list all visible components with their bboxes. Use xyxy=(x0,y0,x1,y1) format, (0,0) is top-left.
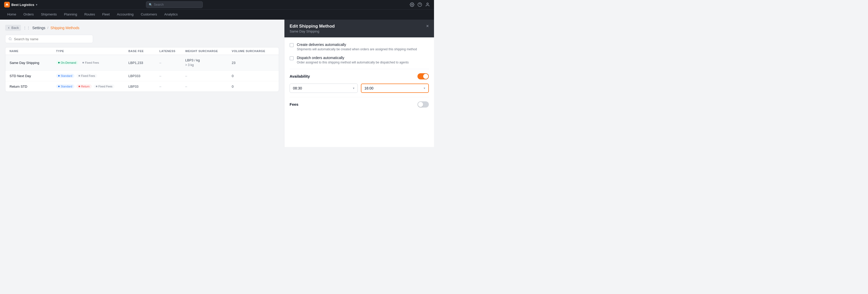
edit-panel-body: Create deliveries automatically Shipment… xyxy=(284,37,434,117)
dispatch-orders-row: Dispatch orders automatically Order assi… xyxy=(289,56,429,65)
nav-item-orders[interactable]: Orders xyxy=(21,9,37,20)
col-name: NAME xyxy=(9,49,56,52)
end-time-value: 16:00 xyxy=(365,86,374,90)
col-lateness: LATENESS xyxy=(159,49,185,52)
toggle-knob xyxy=(423,74,428,79)
brand-logo-area[interactable]: Best Logistics ▾ xyxy=(4,2,37,7)
dispatch-orders-text: Dispatch orders automatically Order assi… xyxy=(297,56,409,65)
dispatch-orders-checkbox[interactable] xyxy=(289,56,294,60)
divider-2 xyxy=(289,97,429,97)
top-nav: Best Logistics ▾ 🔍 Search xyxy=(0,0,434,9)
col-weight-surcharge: WEIGHT SURCHARGE xyxy=(185,49,232,52)
dispatch-orders-label: Dispatch orders automatically xyxy=(297,56,409,60)
edit-panel-header: Edit Shipping Method Same Day Shipping × xyxy=(284,20,434,37)
row-name: Return STD xyxy=(9,84,56,88)
nav-item-analytics[interactable]: Analytics xyxy=(161,9,181,20)
row-weight-surcharge: – xyxy=(185,74,232,78)
col-volume-surcharge: VOLUME SURCHARGE xyxy=(232,49,273,52)
badge-fixedfees: Fixed Fees xyxy=(94,84,115,88)
nav-item-customers[interactable]: Customers xyxy=(138,9,160,20)
table-row[interactable]: Return STD Standard Return Fixed Fees xyxy=(5,81,279,91)
nav-item-home[interactable]: Home xyxy=(4,9,20,20)
left-panel: Back ⋮⋮ Settings / Shipping Methods NAME… xyxy=(0,20,284,147)
badge-dot xyxy=(83,62,84,64)
svg-marker-0 xyxy=(5,3,8,5)
row-lateness: – xyxy=(159,61,185,65)
start-time-value: 08:30 xyxy=(293,86,302,90)
settings-breadcrumb: Settings xyxy=(32,26,45,30)
breadcrumb: Back ⋮⋮ Settings / Shipping Methods xyxy=(5,25,279,31)
badge-dot xyxy=(58,75,60,77)
badge-standard: Standard xyxy=(56,74,74,78)
availability-label: Availability xyxy=(289,74,310,78)
badge-ondemand: On-Demand xyxy=(56,61,78,65)
svg-line-6 xyxy=(11,40,11,40)
start-time-chevron-icon: ▾ xyxy=(353,86,354,90)
table-header: NAME TYPE BASE FEE LATENESS WEIGHT SURCH… xyxy=(5,47,279,55)
close-button[interactable]: × xyxy=(426,24,429,28)
search-input-icon xyxy=(8,37,12,41)
nav-item-fleet[interactable]: Fleet xyxy=(99,9,113,20)
grid-icon[interactable]: ⋮⋮ xyxy=(23,26,30,30)
badge-dot xyxy=(58,62,60,64)
table-row[interactable]: Same Day Shipping On-Demand Fixed Fees L… xyxy=(5,55,279,71)
badge-return: Return xyxy=(76,84,92,88)
row-base-fee: LBP1,233 xyxy=(128,61,159,65)
search-input-wrap[interactable] xyxy=(5,35,93,43)
badge-fixedfees: Fixed Fees xyxy=(80,61,101,65)
row-type: Standard Fixed Fees xyxy=(56,74,128,78)
search-input[interactable] xyxy=(14,37,90,41)
nav-item-planning[interactable]: Planning xyxy=(61,9,80,20)
availability-section: Availability xyxy=(289,73,429,79)
badge-standard: Standard xyxy=(56,84,74,88)
row-lateness: – xyxy=(159,84,185,88)
search-icon: 🔍 xyxy=(149,3,152,6)
badge-dot xyxy=(96,86,97,87)
row-volume-surcharge: 0 xyxy=(232,74,273,78)
shipping-methods-table: NAME TYPE BASE FEE LATENESS WEIGHT SURCH… xyxy=(5,47,279,92)
create-deliveries-checkbox[interactable] xyxy=(289,43,294,47)
fees-toggle[interactable] xyxy=(417,101,429,108)
edit-panel-subtitle: Same Day Shipping xyxy=(289,29,335,33)
secondary-nav: Home Orders Shipments Planning Routes Fl… xyxy=(0,9,434,20)
help-icon[interactable] xyxy=(417,2,422,7)
start-time-select[interactable]: 08:30 ▾ xyxy=(289,83,358,93)
row-type: On-Demand Fixed Fees xyxy=(56,61,128,65)
badge-dot xyxy=(79,75,80,77)
nav-item-accounting[interactable]: Accounting xyxy=(114,9,137,20)
row-volume-surcharge: 0 xyxy=(232,84,273,88)
badge-dot xyxy=(79,86,80,87)
availability-toggle[interactable] xyxy=(417,73,429,79)
row-base-fee: LBP333 xyxy=(128,74,159,78)
table-row[interactable]: STD Next Day Standard Fixed Fees LBP333 … xyxy=(5,71,279,81)
col-base-fee: BASE FEE xyxy=(128,49,159,52)
row-weight-surcharge: LBP3 / kg> 3 kg xyxy=(185,58,232,67)
create-deliveries-row: Create deliveries automatically Shipment… xyxy=(289,43,429,51)
user-icon[interactable] xyxy=(425,2,430,7)
badge-fixedfees: Fixed Fees xyxy=(76,74,97,78)
back-label: Back xyxy=(11,26,19,30)
edit-panel-title: Edit Shipping Method xyxy=(289,24,335,29)
main-layout: Back ⋮⋮ Settings / Shipping Methods NAME… xyxy=(0,20,434,147)
time-row: 08:30 ▾ 16:00 ▾ xyxy=(289,83,429,93)
svg-point-4 xyxy=(427,3,428,4)
row-lateness: – xyxy=(159,74,185,78)
search-bar[interactable]: 🔍 Search xyxy=(146,1,203,8)
row-type: Standard Return Fixed Fees xyxy=(56,84,128,88)
svg-point-5 xyxy=(9,38,11,40)
settings-icon[interactable] xyxy=(410,2,414,7)
nav-icons xyxy=(410,2,430,7)
back-button[interactable]: Back xyxy=(5,25,21,31)
brand-chevron-icon: ▾ xyxy=(36,3,37,6)
row-weight-surcharge: – xyxy=(185,84,232,88)
badge-dot xyxy=(58,86,60,87)
row-name: Same Day Shipping xyxy=(9,61,56,65)
col-type: TYPE xyxy=(56,49,128,52)
nav-item-routes[interactable]: Routes xyxy=(81,9,98,20)
nav-item-shipments[interactable]: Shipments xyxy=(38,9,60,20)
row-base-fee: LBP33 xyxy=(128,84,159,88)
search-placeholder: Search xyxy=(154,3,164,6)
create-deliveries-text: Create deliveries automatically Shipment… xyxy=(297,43,417,51)
end-time-select[interactable]: 16:00 ▾ xyxy=(361,83,429,93)
svg-point-1 xyxy=(411,4,413,5)
